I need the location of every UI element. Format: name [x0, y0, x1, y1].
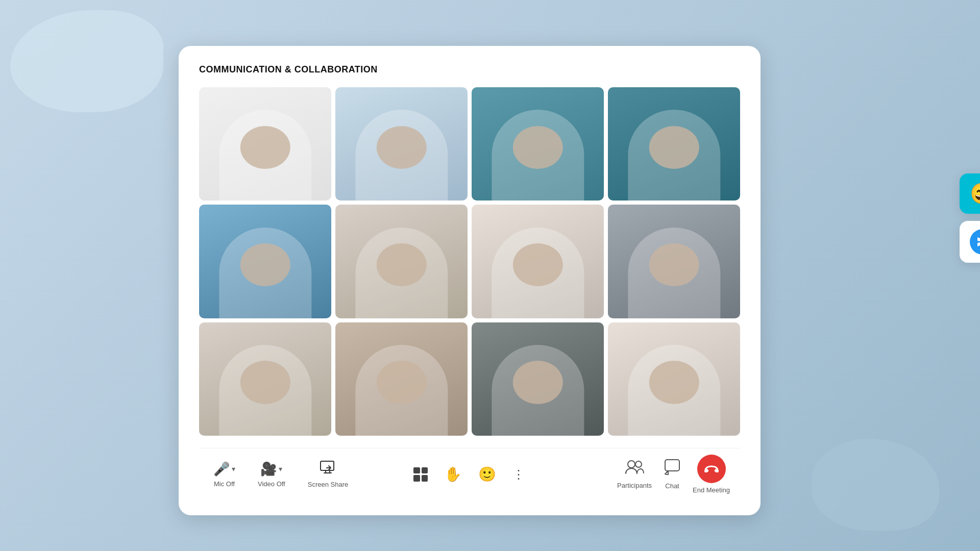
video-cell-12 [608, 322, 740, 436]
mic-dropdown-arrow: ▾ [232, 465, 235, 473]
svg-point-2 [635, 461, 642, 467]
toolbar-left: 🎤 ▾ Mic Off 🎥 ▾ Video Off [209, 459, 383, 490]
chat-label: Chat [665, 482, 679, 490]
video-cell-3 [472, 87, 604, 201]
screen-share-label: Screen Share [308, 481, 349, 488]
avatar-7 [472, 205, 604, 318]
video-label: Video Off [258, 480, 285, 488]
svg-point-1 [628, 461, 635, 468]
toolbar: 🎤 ▾ Mic Off 🎥 ▾ Video Off [199, 448, 740, 500]
mic-label: Mic Off [214, 480, 235, 488]
mic-button[interactable]: 🎤 ▾ Mic Off [209, 459, 239, 490]
avatar-12 [608, 322, 740, 436]
avatar-2 [335, 87, 468, 201]
right-panel: Host Dr. Jonathan Thompson 😄 5000 doctor… [960, 20, 980, 263]
page-title: COMMUNICATION & COLLABORATION [199, 64, 740, 75]
avatar-9 [199, 322, 331, 436]
emoji-notification-icon: 😄 [970, 182, 980, 206]
participants-label: Participants [617, 482, 652, 489]
video-cell-9 [199, 322, 331, 436]
emoji-button[interactable]: 🙂 [475, 463, 499, 486]
end-meeting-icon [697, 455, 726, 483]
notification-doctors: 😄 5000 doctors attending this webinar. [960, 173, 980, 214]
video-icon-group: 🎥 ▾ [260, 461, 282, 477]
video-cell-4 [608, 87, 740, 201]
avatar-1 [199, 87, 331, 201]
mic-icon-group: 🎤 ▾ [213, 461, 235, 477]
notifications-panel: 😄 5000 doctors attending this webinar. T… [960, 173, 980, 263]
video-cell-11 [472, 322, 604, 436]
more-dots-icon: ⋮ [512, 467, 526, 482]
avatar-8 [608, 205, 740, 318]
notification-countries: This webinar is live in 64 countries aro… [960, 221, 980, 263]
avatar-10 [335, 322, 468, 436]
screen-share-button[interactable]: Screen Share [304, 459, 353, 490]
video-icon: 🎥 [260, 461, 277, 477]
mic-icon: 🎤 [213, 461, 230, 477]
video-cell-1 [199, 87, 331, 201]
avatar-11 [472, 322, 604, 436]
svg-rect-0 [321, 461, 334, 470]
participants-button[interactable]: Participants [617, 459, 652, 489]
screen-share-icon-group [320, 461, 335, 478]
chat-button[interactable]: Chat [664, 459, 680, 490]
video-cell-7 [472, 205, 604, 318]
grid-view-button[interactable] [410, 464, 431, 485]
host-bubble-wrapper: Host Dr. Jonathan Thompson [960, 20, 980, 133]
toolbar-center: ✋ 🙂 ⋮ [383, 463, 556, 486]
raise-hand-button[interactable]: ✋ [441, 463, 465, 486]
participants-icon [625, 459, 644, 479]
svg-rect-3 [665, 460, 679, 471]
raise-hand-icon: ✋ [444, 466, 462, 483]
main-card: COMMUNICATION & COLLABORATION [179, 46, 761, 515]
avatar-6 [335, 205, 468, 318]
screen-share-icon [320, 461, 335, 478]
avatar-4 [608, 87, 740, 201]
avatar-5 [199, 205, 331, 318]
video-cell-5 [199, 205, 331, 318]
grid-icon [413, 467, 428, 482]
video-cell-6 [335, 205, 468, 318]
more-options-button[interactable]: ⋮ [509, 464, 529, 485]
send-notification-icon [970, 229, 980, 255]
toolbar-right: Participants Chat [556, 455, 730, 494]
emoji-icon: 🙂 [478, 466, 496, 483]
avatar-3 [472, 87, 604, 201]
video-grid [199, 87, 740, 436]
video-cell-10 [335, 322, 468, 436]
video-cell-2 [335, 87, 468, 201]
chat-icon [664, 459, 680, 479]
video-cell-8 [608, 205, 740, 318]
end-meeting-label: End Meeting [693, 486, 730, 494]
video-button[interactable]: 🎥 ▾ Video Off [254, 459, 289, 490]
video-dropdown-arrow: ▾ [279, 465, 282, 473]
end-meeting-button[interactable]: End Meeting [693, 455, 730, 494]
